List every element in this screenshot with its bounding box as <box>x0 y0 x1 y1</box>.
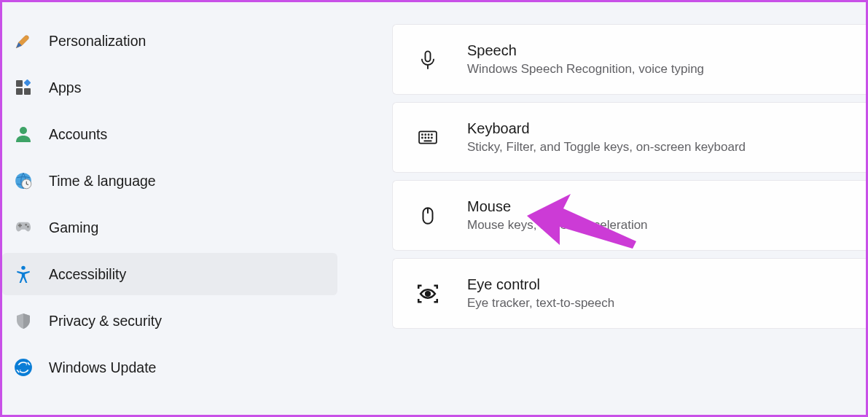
settings-sidebar: Personalization Apps Accounts Time & lan… <box>2 2 341 415</box>
svg-rect-11 <box>426 51 431 61</box>
sync-icon <box>14 358 33 377</box>
card-subtitle: Windows Speech Recognition, voice typing <box>467 62 704 77</box>
card-subtitle: Mouse keys, speed, acceleration <box>467 218 648 233</box>
sidebar-item-personalization[interactable]: Personalization <box>2 20 337 62</box>
card-keyboard[interactable]: Keyboard Sticky, Filter, and Toggle keys… <box>392 102 866 173</box>
keyboard-icon <box>415 125 441 151</box>
svg-point-7 <box>25 224 27 226</box>
sidebar-item-windows-update[interactable]: Windows Update <box>2 346 337 389</box>
sidebar-item-accounts[interactable]: Accounts <box>2 113 337 155</box>
sidebar-item-label: Privacy & security <box>49 313 162 330</box>
sidebar-item-label: Apps <box>49 79 81 96</box>
card-subtitle: Sticky, Filter, and Toggle keys, on-scre… <box>467 140 746 155</box>
card-speech[interactable]: Speech Windows Speech Recognition, voice… <box>392 24 866 95</box>
svg-point-24 <box>426 292 430 296</box>
sidebar-item-time-language[interactable]: Time & language <box>2 160 337 202</box>
sidebar-item-label: Gaming <box>49 219 98 236</box>
svg-point-10 <box>15 359 32 376</box>
svg-point-20 <box>431 137 432 138</box>
card-text: Speech Windows Speech Recognition, voice… <box>467 42 704 77</box>
person-icon <box>14 125 33 144</box>
svg-rect-1 <box>16 88 23 95</box>
accessibility-icon <box>14 265 33 284</box>
sidebar-item-apps[interactable]: Apps <box>2 66 337 109</box>
card-text: Mouse Mouse keys, speed, acceleration <box>467 198 648 233</box>
mouse-icon <box>415 203 441 229</box>
card-text: Eye control Eye tracker, text-to-speech <box>467 276 614 311</box>
card-eye-control[interactable]: Eye control Eye tracker, text-to-speech <box>392 258 866 329</box>
svg-point-18 <box>425 137 426 138</box>
svg-point-14 <box>425 134 426 135</box>
svg-point-16 <box>431 134 432 135</box>
globe-clock-icon <box>14 171 33 190</box>
svg-rect-2 <box>24 88 31 95</box>
card-title: Eye control <box>467 276 614 293</box>
svg-point-15 <box>429 134 429 135</box>
sidebar-item-label: Windows Update <box>49 359 156 376</box>
sidebar-item-label: Accounts <box>49 126 107 143</box>
apps-icon <box>14 78 33 97</box>
svg-point-19 <box>429 137 429 138</box>
eye-scan-icon <box>415 281 441 307</box>
card-text: Keyboard Sticky, Filter, and Toggle keys… <box>467 120 746 155</box>
card-title: Keyboard <box>467 120 746 137</box>
paintbrush-icon <box>14 31 33 50</box>
svg-point-9 <box>21 266 25 270</box>
svg-point-8 <box>27 226 29 228</box>
card-title: Speech <box>467 42 704 59</box>
svg-rect-3 <box>24 79 31 87</box>
sidebar-item-accessibility[interactable]: Accessibility <box>2 253 337 295</box>
gamepad-icon <box>14 218 33 237</box>
svg-point-17 <box>422 137 423 138</box>
microphone-icon <box>415 47 441 73</box>
sidebar-item-privacy-security[interactable]: Privacy & security <box>2 300 337 342</box>
sidebar-item-label: Time & language <box>49 173 156 190</box>
svg-rect-0 <box>16 80 23 87</box>
sidebar-item-gaming[interactable]: Gaming <box>2 206 337 249</box>
sidebar-item-label: Personalization <box>49 33 146 50</box>
svg-point-4 <box>20 127 27 134</box>
shield-icon <box>14 311 33 330</box>
svg-point-13 <box>422 134 423 135</box>
sidebar-item-label: Accessibility <box>49 266 126 283</box>
settings-main: Speech Windows Speech Recognition, voice… <box>341 2 866 415</box>
card-subtitle: Eye tracker, text-to-speech <box>467 296 614 311</box>
card-mouse[interactable]: Mouse Mouse keys, speed, acceleration <box>392 180 866 251</box>
card-title: Mouse <box>467 198 648 215</box>
